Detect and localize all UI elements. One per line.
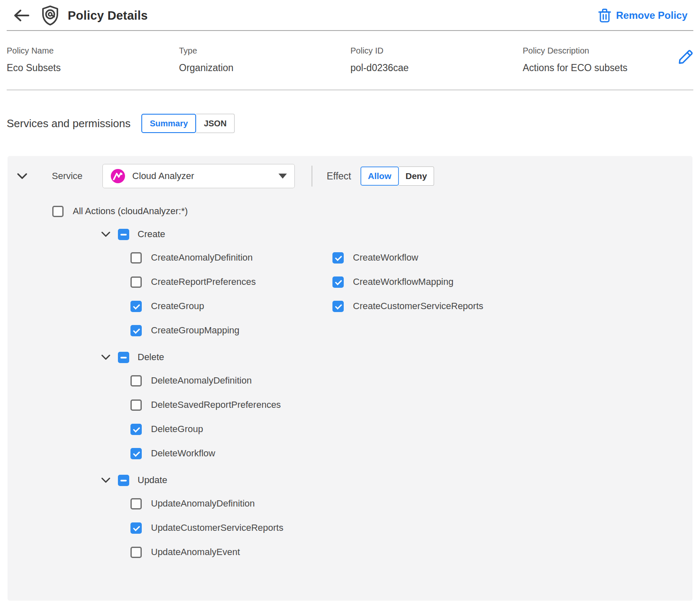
- service-row: Service Cloud Analyzer Effect Allow Deny: [17, 164, 692, 189]
- checkbox-DeleteGroup[interactable]: [130, 424, 142, 435]
- group-row-create: Create: [100, 225, 692, 244]
- chevron-down-icon: [101, 231, 111, 238]
- effect-label: Effect: [327, 171, 351, 182]
- action-row: CreateAnomalyDefinition: [130, 246, 332, 270]
- policy-id-value: pol-d0236cae: [350, 62, 523, 74]
- remove-policy-button[interactable]: Remove Policy: [598, 8, 691, 23]
- trash-icon: [598, 8, 611, 23]
- policy-info-row: Policy Name Eco Subsets Type Organizatio…: [0, 31, 700, 90]
- pencil-icon: [677, 49, 694, 66]
- group-label: Create: [138, 229, 165, 240]
- checkbox-CreateGroupMapping[interactable]: [130, 325, 142, 336]
- action-row: CreateGroup: [130, 294, 332, 318]
- action-row: UpdateAnomalyEvent: [130, 540, 692, 564]
- policy-description-value: Actions for ECO subsets: [523, 62, 677, 74]
- effect-deny-button[interactable]: Deny: [399, 166, 434, 186]
- policy-name-label: Policy Name: [7, 46, 179, 56]
- policy-type-label: Type: [179, 46, 350, 56]
- action-label: CreateWorkflow: [353, 252, 418, 263]
- action-label: UpdateAnomalyEvent: [151, 547, 240, 558]
- view-toggle: Summary JSON: [141, 114, 235, 133]
- group-checkbox-create[interactable]: [118, 229, 129, 240]
- checkbox-CreateWorkflowMapping[interactable]: [332, 276, 344, 288]
- group-label: Update: [138, 475, 167, 486]
- remove-policy-label: Remove Policy: [616, 10, 687, 21]
- section-title: Services and permissions: [7, 117, 130, 130]
- service-label: Service: [52, 171, 82, 182]
- action-label: CreateGroupMapping: [151, 325, 240, 336]
- action-label: CreateReportPreferences: [151, 276, 256, 287]
- group-items-delete: DeleteAnomalyDefinitionDeleteSavedReport…: [130, 369, 692, 466]
- action-row: CreateReportPreferences: [130, 270, 332, 294]
- top-bar: Policy Details Remove Policy: [0, 0, 700, 30]
- group-row-update: Update: [100, 471, 692, 490]
- policy-id-label: Policy ID: [350, 46, 523, 56]
- action-row: UpdateCustomerServiceReports: [130, 516, 692, 540]
- action-label: CreateCustomerServiceReports: [353, 301, 483, 312]
- group-items-create: CreateAnomalyDefinitionCreateWorkflowCre…: [130, 246, 692, 343]
- policy-type-value: Organization: [179, 62, 350, 74]
- action-row: DeleteSavedReportPreferences: [130, 393, 692, 417]
- service-collapse-chevron[interactable]: [17, 171, 28, 182]
- action-groups: CreateCreateAnomalyDefinitionCreateWorkf…: [8, 225, 692, 564]
- permissions-panel: Service Cloud Analyzer Effect Allow Deny…: [8, 156, 692, 601]
- effect-allow-button[interactable]: Allow: [360, 166, 399, 186]
- checkbox-DeleteWorkflow[interactable]: [130, 448, 142, 459]
- checkbox-CreateAnomalyDefinition[interactable]: [130, 252, 142, 264]
- group-chevron-delete[interactable]: [100, 352, 111, 363]
- action-label: DeleteWorkflow: [151, 448, 215, 459]
- edit-policy-button[interactable]: [677, 49, 695, 67]
- checkbox-CreateWorkflow[interactable]: [332, 252, 344, 264]
- action-label: CreateGroup: [151, 301, 204, 312]
- chevron-down-icon: [101, 477, 111, 484]
- cloud-analyzer-icon: [110, 169, 125, 184]
- policy-name-field: Policy Name Eco Subsets: [7, 46, 179, 74]
- info-divider: [7, 90, 693, 90]
- action-label: DeleteAnomalyDefinition: [151, 375, 252, 386]
- effect-divider: [312, 166, 312, 187]
- back-button[interactable]: [13, 6, 31, 25]
- caret-down-icon: [278, 174, 287, 179]
- all-actions-label: All Actions (cloudAnalyzer:*): [73, 206, 188, 217]
- chevron-down-icon: [17, 172, 28, 180]
- checkbox-CreateGroup[interactable]: [130, 301, 142, 312]
- group-chevron-update[interactable]: [100, 475, 111, 486]
- checkbox-UpdateCustomerServiceReports[interactable]: [130, 522, 142, 534]
- action-row: CreateWorkflow: [332, 246, 692, 270]
- action-row: CreateCustomerServiceReports: [332, 294, 692, 318]
- policy-name-value: Eco Subsets: [7, 62, 179, 74]
- arrow-left-icon: [13, 9, 30, 22]
- policy-description-label: Policy Description: [523, 46, 677, 56]
- checkbox-CreateReportPreferences[interactable]: [130, 276, 142, 288]
- action-label: UpdateCustomerServiceReports: [151, 522, 284, 533]
- action-row: DeleteGroup: [130, 417, 692, 441]
- tab-json[interactable]: JSON: [196, 114, 234, 133]
- action-row: CreateGroupMapping: [130, 318, 332, 343]
- action-row: DeleteWorkflow: [130, 441, 692, 466]
- policy-description-field: Policy Description Actions for ECO subse…: [523, 46, 677, 74]
- group-row-delete: Delete: [100, 348, 692, 367]
- policy-shield-icon: [40, 5, 60, 26]
- checkbox-DeleteAnomalyDefinition[interactable]: [130, 375, 142, 386]
- checkbox-UpdateAnomalyEvent[interactable]: [130, 547, 142, 558]
- action-label: CreateWorkflowMapping: [353, 276, 453, 287]
- checkbox-UpdateAnomalyDefinition[interactable]: [130, 498, 142, 509]
- checkbox-DeleteSavedReportPreferences[interactable]: [130, 399, 142, 411]
- policy-id-field: Policy ID pol-d0236cae: [350, 46, 523, 74]
- action-row: CreateWorkflowMapping: [332, 270, 692, 294]
- services-permissions-header: Services and permissions Summary JSON: [7, 114, 700, 133]
- page-title: Policy Details: [68, 9, 148, 23]
- action-label: DeleteSavedReportPreferences: [151, 399, 281, 410]
- group-checkbox-update[interactable]: [118, 475, 129, 486]
- action-label: DeleteGroup: [151, 424, 203, 435]
- all-actions-checkbox[interactable]: [52, 206, 64, 217]
- checkbox-CreateCustomerServiceReports[interactable]: [332, 301, 344, 312]
- group-label: Delete: [138, 352, 164, 363]
- group-checkbox-delete[interactable]: [118, 352, 129, 363]
- action-row: DeleteAnomalyDefinition: [130, 369, 692, 393]
- all-actions-row: All Actions (cloudAnalyzer:*): [52, 203, 692, 220]
- tab-summary[interactable]: Summary: [141, 114, 196, 133]
- service-select[interactable]: Cloud Analyzer: [102, 164, 295, 188]
- group-items-update: UpdateAnomalyDefinitionUpdateCustomerSer…: [130, 491, 692, 564]
- group-chevron-create[interactable]: [100, 229, 111, 240]
